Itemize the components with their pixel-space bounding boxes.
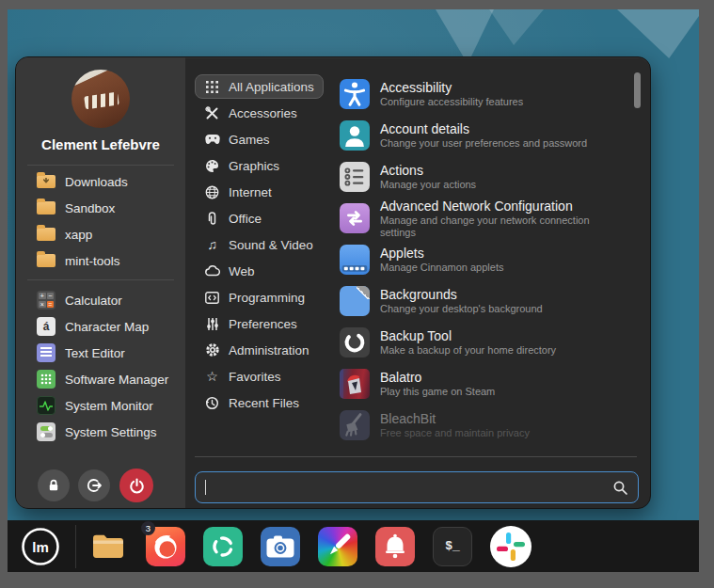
search-box[interactable]	[195, 471, 639, 503]
app-backup-tool[interactable]: Backup ToolMake a backup of your home di…	[340, 322, 627, 363]
category-sound-video[interactable]: ♫ Sound & Video	[195, 232, 323, 257]
code-icon	[204, 290, 220, 306]
category-label: Accessories	[229, 106, 297, 120]
search-icon	[612, 480, 628, 496]
taskbar-drawing[interactable]	[318, 527, 357, 566]
user-avatar[interactable]	[71, 70, 130, 128]
app-account-details[interactable]: Account detailsChange your user preferen…	[340, 115, 627, 156]
app-description: Configure accessibility features	[380, 96, 523, 108]
user-name: Clement Lefebvre	[16, 136, 185, 152]
sidebar-app-software-manager[interactable]: Software Manager	[16, 366, 185, 392]
mint-menu-panel: Clement Lefebvre Downloads Sandbox	[15, 56, 651, 509]
app-accessibility[interactable]: AccessibilityConfigure accessibility fea…	[340, 73, 627, 115]
taskbar-screenshot[interactable]	[261, 527, 300, 566]
app-name: Actions	[380, 163, 476, 179]
app-grid-icon	[204, 79, 220, 95]
logout-button[interactable]	[78, 469, 110, 501]
text-cursor	[205, 480, 206, 495]
taskbar: lm 3	[8, 520, 699, 572]
text-editor-icon	[37, 343, 56, 362]
category-office[interactable]: Office	[195, 206, 271, 230]
system-settings-icon	[37, 422, 56, 441]
app-backgrounds[interactable]: BackgroundsChange your desktop's backgro…	[340, 280, 627, 322]
place-label: Sandbox	[65, 201, 115, 215]
category-preferences[interactable]: Preferences	[195, 311, 307, 336]
menu-button[interactable]: lm	[16, 524, 65, 569]
category-label: Programming	[229, 291, 305, 305]
place-mint-tools[interactable]: mint-tools	[16, 247, 185, 274]
category-programming[interactable]: Programming	[195, 285, 314, 310]
tools-icon	[204, 105, 220, 121]
category-graphics[interactable]: Graphics	[195, 153, 289, 178]
category-web[interactable]: Web	[195, 259, 264, 283]
app-advanced-network-configuration[interactable]: Advanced Network ConfigurationManage and…	[340, 198, 627, 239]
app-label: Calculator	[65, 294, 122, 308]
category-label: Favorites	[229, 370, 281, 384]
taskbar-files[interactable]	[88, 527, 128, 566]
place-xapp[interactable]: xapp	[16, 221, 185, 247]
app-name: Backup Tool	[380, 328, 556, 344]
sidebar-app-system-monitor[interactable]: System Monitor	[16, 392, 185, 419]
app-applets[interactable]: AppletsManage Cinnamon applets	[340, 239, 627, 280]
taskbar-notifications[interactable]	[375, 527, 415, 566]
app-label: Software Manager	[65, 373, 168, 387]
app-description: Change your desktop's background	[380, 303, 543, 315]
app-name: Applets	[380, 246, 503, 262]
applets-icon	[340, 245, 370, 275]
category-all-applications[interactable]: All Applications	[195, 74, 324, 99]
sidebar-app-calculator[interactable]: +− ×= Calculator	[16, 287, 185, 313]
app-actions[interactable]: ActionsManage your actions	[340, 156, 627, 198]
taskbar-firefox[interactable]: 3	[146, 527, 185, 566]
folder-download-icon	[37, 175, 56, 188]
category-administration[interactable]: Administration	[195, 338, 319, 362]
divider	[195, 456, 637, 457]
actions-icon	[340, 162, 370, 192]
category-label: All Applications	[229, 80, 314, 94]
palette-icon	[204, 158, 220, 174]
category-recent-files[interactable]: Recent Files	[195, 390, 309, 415]
lock-icon	[46, 478, 61, 493]
terminal-prompt-glyph: $_	[445, 539, 460, 553]
taskbar-sync-app[interactable]	[203, 527, 243, 566]
category-label: Office	[229, 212, 262, 226]
sidebar-app-character-map[interactable]: á Character Map	[16, 313, 185, 340]
category-games[interactable]: Games	[195, 127, 279, 151]
category-favorites[interactable]: ☆ Favorites	[195, 364, 291, 389]
bleachbit-icon	[340, 410, 370, 440]
app-balatro[interactable]: BalatroPlay this game on Steam	[340, 363, 627, 405]
balatro-icon	[340, 369, 370, 399]
place-label: xapp	[65, 228, 92, 242]
cloud-icon	[204, 263, 220, 279]
globe-icon	[204, 184, 220, 200]
taskbar-terminal[interactable]: $_	[433, 527, 472, 566]
svg-text:lm: lm	[32, 539, 49, 555]
system-monitor-icon	[37, 396, 56, 415]
music-note-icon: ♫	[204, 237, 220, 253]
place-label: Downloads	[65, 175, 128, 189]
search-input[interactable]	[208, 481, 612, 495]
taskbar-slack[interactable]	[490, 526, 532, 567]
shutdown-button[interactable]	[119, 469, 153, 502]
place-downloads[interactable]: Downloads	[16, 168, 185, 195]
category-label: Recent Files	[229, 396, 299, 410]
sidebar-app-system-settings[interactable]: System Settings	[16, 419, 185, 445]
app-description: Manage Cinnamon applets	[380, 262, 503, 274]
category-accessories[interactable]: Accessories	[195, 101, 307, 125]
app-label: Character Map	[65, 320, 149, 334]
menu-sidebar: Clement Lefebvre Downloads Sandbox	[16, 57, 185, 508]
desktop-wallpaper: Clement Lefebvre Downloads Sandbox	[8, 9, 699, 572]
scrollbar-thumb[interactable]	[634, 72, 641, 108]
power-icon	[128, 477, 146, 495]
app-bleachbit[interactable]: BleachBitFree space and maintain privacy	[340, 405, 627, 446]
app-name: Advanced Network Configuration	[380, 199, 627, 215]
place-sandbox[interactable]: Sandbox	[16, 195, 185, 221]
backgrounds-icon	[340, 286, 370, 316]
gear-icon	[204, 342, 220, 358]
app-description: Change your user preferences and passwor…	[380, 137, 587, 150]
sidebar-app-text-editor[interactable]: Text Editor	[16, 340, 185, 366]
star-icon: ☆	[204, 369, 220, 385]
category-label: Preferences	[229, 317, 297, 331]
category-internet[interactable]: Internet	[195, 180, 281, 204]
category-list: All Applications Accessories Games	[195, 74, 336, 417]
lock-screen-button[interactable]	[38, 469, 70, 501]
